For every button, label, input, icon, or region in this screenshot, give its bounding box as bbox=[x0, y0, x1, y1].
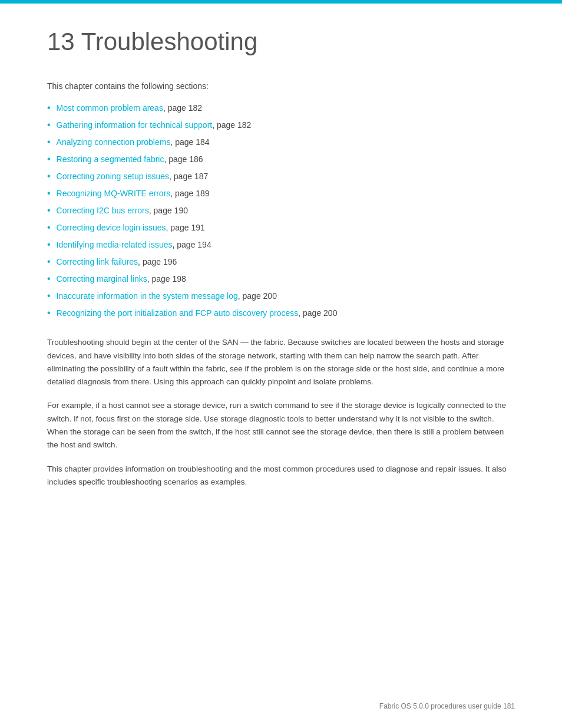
toc-page: , page 182 bbox=[163, 102, 202, 114]
toc-page: , page 186 bbox=[164, 153, 203, 166]
toc-link[interactable]: Inaccurate information in the system mes… bbox=[57, 290, 238, 302]
toc-page: , page 194 bbox=[173, 239, 211, 251]
toc-page: , page 190 bbox=[149, 205, 188, 217]
paragraphs-container: Troubleshooting should begin at the cent… bbox=[47, 336, 515, 489]
toc-link[interactable]: Identifying media-related issues bbox=[57, 239, 173, 251]
toc-item: •Correcting device login issues, page 19… bbox=[47, 222, 515, 234]
toc-list: •Most common problem areas, page 182•Gat… bbox=[47, 102, 515, 319]
bullet-icon: • bbox=[47, 256, 51, 268]
toc-item: •Identifying media-related issues, page … bbox=[47, 239, 515, 251]
footer-text: Fabric OS 5.0.0 procedures user guide 18… bbox=[379, 702, 515, 710]
bullet-icon: • bbox=[47, 222, 51, 234]
toc-link[interactable]: Gathering information for technical supp… bbox=[57, 119, 213, 131]
toc-page: , page 200 bbox=[298, 307, 337, 319]
bullet-icon: • bbox=[47, 187, 51, 200]
toc-item: •Inaccurate information in the system me… bbox=[47, 290, 515, 302]
content-area: 13 Troubleshooting This chapter contains… bbox=[0, 4, 562, 535]
toc-item: •Correcting zoning setup issues, page 18… bbox=[47, 170, 515, 183]
bullet-icon: • bbox=[47, 239, 51, 251]
toc-page: , page 200 bbox=[238, 290, 277, 302]
toc-page: , page 184 bbox=[170, 136, 209, 149]
toc-link[interactable]: Correcting zoning setup issues bbox=[57, 170, 169, 183]
bullet-icon: • bbox=[47, 136, 51, 149]
toc-item: •Most common problem areas, page 182 bbox=[47, 102, 515, 114]
toc-link[interactable]: Correcting I2C bus errors bbox=[57, 205, 149, 217]
bullet-icon: • bbox=[47, 102, 51, 114]
body-paragraph: This chapter provides information on tro… bbox=[47, 463, 515, 489]
toc-page: , page 182 bbox=[212, 119, 251, 131]
bullet-icon: • bbox=[47, 170, 51, 183]
toc-link[interactable]: Correcting marginal links bbox=[57, 273, 147, 285]
toc-page: , page 189 bbox=[170, 187, 209, 200]
toc-link[interactable]: Recognizing MQ-WRITE errors bbox=[57, 187, 171, 200]
toc-item: •Correcting link failures, page 196 bbox=[47, 256, 515, 268]
bullet-icon: • bbox=[47, 307, 51, 319]
intro-text: This chapter contains the following sect… bbox=[47, 80, 515, 93]
toc-link[interactable]: Restoring a segmented fabric bbox=[57, 153, 164, 166]
toc-item: •Correcting marginal links, page 198 bbox=[47, 273, 515, 285]
bullet-icon: • bbox=[47, 273, 51, 285]
toc-item: •Gathering information for technical sup… bbox=[47, 119, 515, 131]
toc-page: , page 191 bbox=[166, 222, 205, 234]
page-container: 13 Troubleshooting This chapter contains… bbox=[0, 0, 562, 728]
bullet-icon: • bbox=[47, 290, 51, 302]
toc-link[interactable]: Correcting link failures bbox=[57, 256, 138, 268]
chapter-title: 13 Troubleshooting bbox=[47, 27, 515, 57]
toc-link[interactable]: Recognizing the port initialization and … bbox=[57, 307, 299, 319]
toc-item: •Analyzing connection problems, page 184 bbox=[47, 136, 515, 149]
body-paragraph: For example, if a host cannot see a stor… bbox=[47, 399, 515, 452]
toc-page: , page 198 bbox=[147, 273, 186, 285]
toc-link[interactable]: Most common problem areas bbox=[57, 102, 163, 114]
toc-link[interactable]: Correcting device login issues bbox=[57, 222, 166, 234]
toc-link[interactable]: Analyzing connection problems bbox=[57, 136, 171, 149]
toc-item: •Restoring a segmented fabric, page 186 bbox=[47, 153, 515, 166]
bullet-icon: • bbox=[47, 153, 51, 166]
toc-item: •Recognizing the port initialization and… bbox=[47, 307, 515, 319]
toc-page: , page 187 bbox=[169, 170, 208, 183]
bullet-icon: • bbox=[47, 119, 51, 131]
toc-page: , page 196 bbox=[138, 256, 177, 268]
toc-item: •Correcting I2C bus errors, page 190 bbox=[47, 205, 515, 217]
body-paragraph: Troubleshooting should begin at the cent… bbox=[47, 336, 515, 388]
toc-item: •Recognizing MQ-WRITE errors, page 189 bbox=[47, 187, 515, 200]
bullet-icon: • bbox=[47, 205, 51, 217]
